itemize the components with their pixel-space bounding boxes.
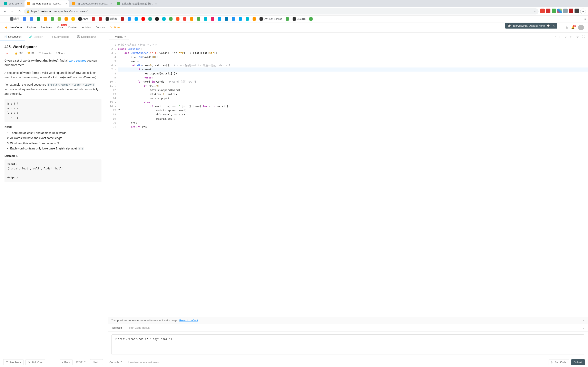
code-line[interactable]: res = [] bbox=[118, 59, 588, 63]
code-line[interactable]: matrix.append(word) bbox=[118, 88, 588, 92]
nav-discuss[interactable]: Discuss bbox=[96, 26, 105, 29]
console-toggle[interactable]: Console ⌃ bbox=[109, 361, 122, 364]
code-line[interactable]: # 以下程序真的可行么 ？？？？ bbox=[118, 43, 588, 47]
code-line[interactable]: matrix.append(word) bbox=[118, 108, 588, 113]
testcase-input[interactable]: ["area","lead","wall","lady","ball"] bbox=[112, 334, 584, 355]
like-button[interactable]: 👍368 bbox=[14, 52, 23, 55]
bookmark-item[interactable] bbox=[285, 17, 290, 21]
code-line[interactable]: dfs(row+1, matrix) bbox=[118, 113, 588, 117]
code-line[interactable]: if row==k: bbox=[118, 67, 588, 72]
testcase-tab[interactable]: Testcase bbox=[108, 324, 126, 331]
close-tab-icon[interactable]: × bbox=[65, 2, 67, 5]
ext-icon[interactable] bbox=[569, 8, 573, 13]
nav-problems[interactable]: Problems bbox=[41, 26, 52, 29]
bookmark-item[interactable] bbox=[175, 17, 181, 21]
bookmark-item[interactable] bbox=[244, 17, 250, 21]
browser-tab[interactable]: 在线画板|在线涂鸦画板_懒人程× bbox=[114, 0, 159, 7]
code-line[interactable]: matrix.pop() bbox=[118, 96, 588, 100]
bookmark-item[interactable] bbox=[189, 17, 195, 21]
bookmark-item[interactable] bbox=[133, 17, 139, 21]
code-line[interactable]: k = len(words[0]) bbox=[118, 55, 588, 59]
bookmark-item[interactable] bbox=[126, 17, 132, 21]
bookmark-item[interactable]: ACM bbox=[77, 17, 89, 21]
close-tab-icon[interactable]: × bbox=[155, 2, 157, 5]
bookmark-item[interactable]: CS231n bbox=[291, 17, 307, 21]
address-bar[interactable]: 🔒 https://leetcode.com/problems/word-squ… bbox=[24, 8, 539, 15]
code-line[interactable]: class Solution: bbox=[118, 47, 588, 51]
reload-button[interactable]: ⟳ bbox=[17, 8, 22, 14]
leetcode-logo[interactable]: LeetCode bbox=[4, 25, 22, 30]
notes-icon[interactable]: i bbox=[555, 35, 555, 38]
bookmark-item[interactable] bbox=[251, 17, 257, 21]
browser-tab[interactable]: (6) Word Squares - LeetCode× bbox=[25, 0, 69, 7]
run-result-tab[interactable]: Run Code Result bbox=[126, 324, 153, 331]
bookmark-item[interactable] bbox=[224, 17, 229, 21]
bookmark-item[interactable] bbox=[237, 17, 243, 21]
dislike-button[interactable]: 👎31 bbox=[27, 52, 34, 55]
code-line[interactable]: return res bbox=[118, 125, 588, 129]
code-editor[interactable]: 12 ▾3 ▾456 ▾7 ▾8910 ▾11 ▾12131415 ▾16 ▾1… bbox=[108, 41, 588, 317]
code-line[interactable]: res.append(matrix[:]) bbox=[118, 72, 588, 76]
tab-discuss[interactable]: 💬 Discuss (92) bbox=[73, 33, 100, 41]
submit-button[interactable]: Submit bbox=[571, 359, 585, 365]
run-code-button[interactable]: ▷Run Code bbox=[549, 359, 569, 365]
next-button[interactable]: Next› bbox=[90, 359, 103, 365]
bookmark-item[interactable] bbox=[161, 17, 167, 21]
new-tab-button[interactable]: + bbox=[160, 1, 166, 7]
interview-banner[interactable]: 💬 Interviewing? Discuss here! 💭 ✕ bbox=[505, 23, 557, 29]
bookmark-item[interactable]: 算法班 bbox=[104, 17, 118, 21]
language-selector[interactable]: i Python3 ▾ bbox=[109, 34, 129, 40]
editor-new-icon[interactable]: ⎘ bbox=[566, 26, 568, 29]
close-tab-icon[interactable]: × bbox=[110, 2, 112, 5]
code-line[interactable]: return bbox=[118, 76, 588, 80]
nav-mock[interactable]: Mock New bbox=[57, 26, 63, 29]
profile-icon[interactable]: ● bbox=[580, 8, 586, 14]
bookmark-item[interactable] bbox=[217, 17, 222, 21]
bookmark-item[interactable] bbox=[147, 17, 153, 21]
ext-icon[interactable] bbox=[552, 8, 556, 13]
ext-icon[interactable] bbox=[575, 8, 579, 13]
bookmark-item[interactable]: 应用 bbox=[9, 17, 20, 21]
pane-splitter[interactable]: ⋮⋮ bbox=[106, 41, 108, 358]
code-line[interactable]: dfs(row+1, matrix) bbox=[118, 92, 588, 96]
ext-icon[interactable] bbox=[563, 8, 568, 13]
bookmark-item[interactable] bbox=[196, 17, 201, 21]
browser-tab[interactable]: (6) Largest Divisible Subset - L× bbox=[69, 0, 114, 7]
ext-icon[interactable] bbox=[546, 8, 550, 13]
apps-icon[interactable]: ⋮⋮⋮ bbox=[2, 16, 8, 22]
bookmark-item[interactable] bbox=[49, 17, 55, 21]
browser-tab[interactable]: LintCode× bbox=[2, 0, 25, 7]
bookmark-item[interactable] bbox=[140, 17, 146, 21]
tab-solution[interactable]: 🧪 Solution bbox=[25, 33, 47, 41]
code-line[interactable]: matrix.pop() bbox=[118, 117, 588, 121]
howto-testcase-link[interactable]: How to create a testcase ▾ bbox=[129, 361, 160, 364]
prev-button[interactable]: ‹Prev bbox=[60, 359, 72, 365]
close-restore-icon[interactable]: ✕ bbox=[582, 319, 585, 322]
problems-button[interactable]: ☰Problems bbox=[3, 359, 24, 365]
star-icon[interactable]: ☆ bbox=[534, 10, 536, 13]
bookmark-item[interactable] bbox=[154, 17, 160, 21]
bookmark-item[interactable] bbox=[97, 17, 103, 21]
settings-icon[interactable]: ⚙ bbox=[576, 35, 579, 38]
bookmark-item[interactable] bbox=[43, 17, 48, 21]
bookmark-item[interactable] bbox=[29, 17, 34, 21]
reset-to-default-link[interactable]: Reset to default bbox=[179, 319, 198, 322]
code-line[interactable]: if row==0: bbox=[118, 84, 588, 88]
bookmark-item[interactable]: UVA Self Service bbox=[258, 17, 283, 21]
code-line[interactable]: def wordSquares(self, words: List[str]) … bbox=[118, 51, 588, 55]
bookmark-item[interactable] bbox=[63, 17, 69, 21]
pick-one-button[interactable]: ✕Pick One bbox=[26, 359, 45, 365]
ext-icon[interactable] bbox=[557, 8, 562, 13]
shell-icon[interactable]: >_ bbox=[570, 35, 573, 38]
code-line[interactable]: for word in words: # word 在第 row 行 bbox=[118, 80, 588, 84]
share-button[interactable]: ⤴Share bbox=[56, 52, 65, 55]
bookmark-item[interactable] bbox=[90, 17, 96, 21]
tab-submissions[interactable]: ◴ Submissions bbox=[47, 33, 73, 41]
nav-store[interactable]: 🛍Store bbox=[110, 26, 120, 29]
user-avatar[interactable] bbox=[578, 25, 584, 30]
bookmark-item[interactable] bbox=[56, 17, 62, 21]
nav-contest[interactable]: Contest bbox=[68, 26, 77, 29]
bookmark-item[interactable] bbox=[203, 17, 208, 21]
tab-description[interactable]: 📄 Description bbox=[0, 33, 25, 41]
bookmark-item[interactable] bbox=[231, 17, 236, 21]
